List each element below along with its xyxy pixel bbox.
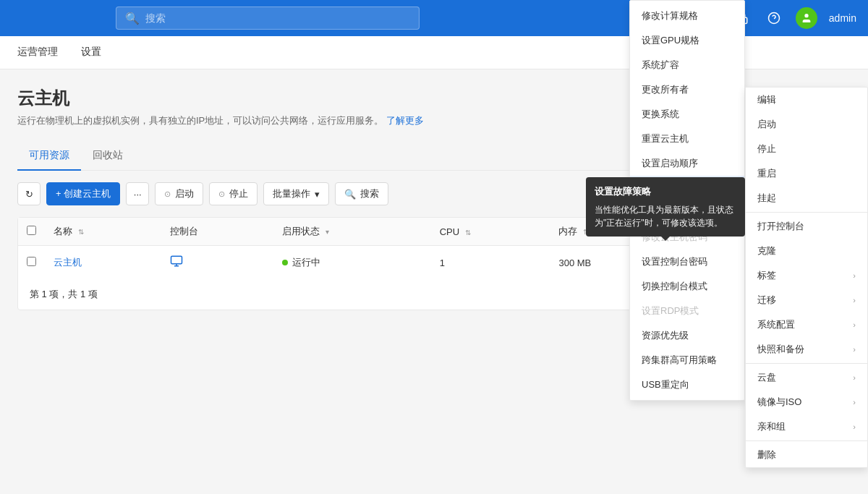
left-menu-item-4[interactable]: 更换系统 (630, 102, 744, 127)
search-icon: 🔍 (125, 12, 140, 25)
left-menu-item-14[interactable]: 跨集群高可用策略 (630, 348, 744, 372)
chevron-right-icon: › (853, 422, 856, 431)
svg-rect-5 (171, 256, 182, 264)
left-menu-item-5[interactable]: 重置云主机 (630, 127, 744, 151)
col-cpu: CPU ⇅ (431, 218, 550, 246)
refresh-button[interactable]: ↻ (17, 182, 41, 205)
right-menu-item-17[interactable]: 删除 (746, 443, 867, 467)
right-menu-item-7[interactable]: 克隆 (746, 239, 867, 263)
right-menu-item-13[interactable]: 云盘› (746, 365, 867, 390)
right-menu-item-3[interactable]: 重启 (746, 161, 867, 186)
secnav-operations[interactable]: 运营管理 (17, 36, 58, 69)
search-button[interactable]: 🔍 搜索 (335, 182, 388, 205)
context-menu-secondary: 编辑启动停止重启挂起打开控制台克隆标签›迁移›系统配置›快照和备份›云盘›镜像与… (745, 87, 868, 468)
learn-more-link[interactable]: 了解更多 (386, 115, 424, 126)
right-menu-item-0[interactable]: 编辑 (746, 88, 867, 112)
chevron-right-icon: › (853, 373, 856, 382)
help-icon-btn[interactable] (764, 8, 784, 28)
tab-available[interactable]: 可用资源 (17, 142, 81, 171)
tooltip-content: 当性能优化工具为最新版本，且状态为"正在运行"时，可修改该选项。 (595, 203, 736, 229)
left-menu-item-2[interactable]: 系统扩容 (630, 53, 744, 77)
chevron-right-icon: › (853, 345, 856, 354)
right-menu-item-4[interactable]: 挂起 (746, 186, 867, 210)
col-name: 名称 ⇅ (45, 218, 161, 246)
left-menu-item-12: 设置RDP模式 (630, 299, 744, 323)
secnav-settings[interactable]: 设置 (81, 36, 101, 69)
menu-divider-12 (746, 363, 867, 364)
user-name[interactable]: admin (829, 12, 856, 24)
vm-cpu: 1 (431, 246, 550, 280)
left-menu-item-11[interactable]: 切换控制台模式 (630, 274, 744, 299)
col-console: 控制台 (161, 218, 273, 246)
right-menu-item-10[interactable]: 系统配置› (746, 312, 867, 337)
avatar[interactable] (796, 7, 817, 29)
left-menu-item-1[interactable]: 设置GPU规格 (630, 28, 744, 53)
tooltip-title: 设置故障策略 (595, 184, 736, 199)
right-menu-item-6[interactable]: 打开控制台 (746, 214, 867, 239)
right-menu-item-15[interactable]: 亲和组› (746, 414, 867, 439)
right-menu-item-11[interactable]: 快照和备份› (746, 337, 867, 362)
tooltip-arrow (661, 237, 670, 241)
left-menu-item-6[interactable]: 设置启动顺序 (630, 151, 744, 176)
svg-point-4 (804, 14, 808, 17)
menu-divider-16 (746, 440, 867, 441)
right-menu-item-2[interactable]: 停止 (746, 137, 867, 161)
left-menu-item-13[interactable]: 资源优先级 (630, 323, 744, 348)
vm-name-link[interactable]: 云主机 (54, 257, 82, 268)
row-checkbox[interactable] (27, 257, 36, 266)
page-description: 运行在物理机上的虚拟机实例，具有独立的IP地址，可以访问公共网络，运行应用服务。… (17, 114, 424, 127)
stop-button[interactable]: ⊙ 停止 (209, 182, 258, 205)
select-all-checkbox[interactable] (27, 226, 36, 235)
search-bar[interactable]: 🔍 (116, 7, 420, 30)
right-menu-item-9[interactable]: 迁移› (746, 288, 867, 312)
start-button[interactable]: ⊙ 启动 (155, 182, 203, 205)
batch-ops-button[interactable]: 批量操作 ▾ (263, 182, 329, 205)
console-icon[interactable] (170, 257, 183, 270)
right-menu-item-14[interactable]: 镜像与ISO› (746, 390, 867, 414)
tooltip-box: 设置故障策略 当性能优化工具为最新版本，且状态为"正在运行"时，可修改该选项。 (586, 177, 745, 237)
right-menu-item-1[interactable]: 启动 (746, 112, 867, 137)
right-menu-item-8[interactable]: 标签› (746, 263, 867, 288)
chevron-right-icon: › (853, 320, 856, 329)
tab-recycle[interactable]: 回收站 (81, 142, 135, 171)
chevron-right-icon: › (853, 271, 856, 280)
more-button[interactable]: ··· (126, 182, 149, 205)
chevron-right-icon: › (853, 398, 856, 406)
vm-status: 运行中 (282, 256, 422, 269)
left-menu-item-3[interactable]: 更改所有者 (630, 77, 744, 102)
menu-divider-5 (746, 212, 867, 213)
status-dot (282, 260, 288, 265)
left-menu-item-0[interactable]: 修改计算规格 (630, 4, 744, 28)
col-status: 启用状态 ▾ (273, 218, 431, 246)
page-title: 云主机 (17, 87, 424, 110)
left-menu-item-10[interactable]: 设置控制台密码 (630, 250, 744, 274)
chevron-right-icon: › (853, 296, 856, 305)
create-vm-button[interactable]: + 创建云主机 (46, 182, 120, 205)
search-input[interactable] (145, 12, 410, 24)
left-menu-item-15[interactable]: USB重定向 (630, 372, 744, 397)
